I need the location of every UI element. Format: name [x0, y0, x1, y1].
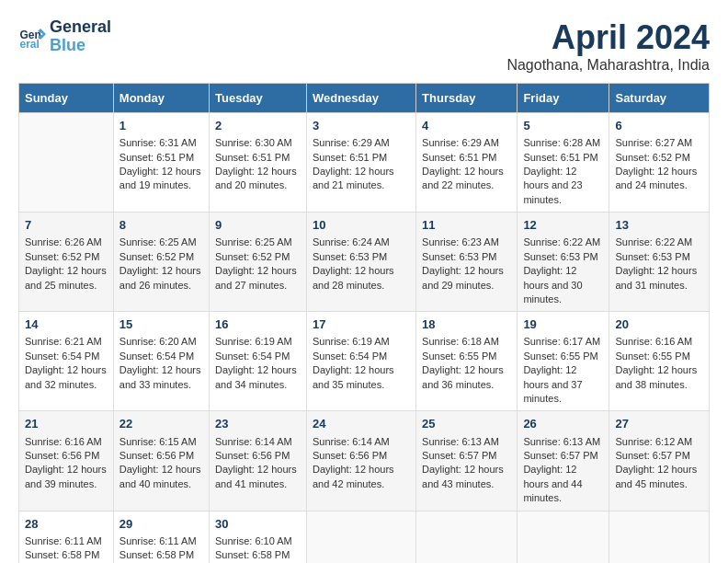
calendar-cell: 26Sunrise: 6:13 AMSunset: 6:57 PMDayligh…: [518, 411, 609, 511]
sunset-text: Sunset: 6:57 PM: [422, 450, 496, 461]
logo-text: General Blue: [50, 18, 111, 55]
day-number: 21: [25, 416, 108, 432]
sunrise-text: Sunrise: 6:22 AM: [523, 236, 600, 247]
daylight-text: Daylight: 12 hours and 21 minutes.: [313, 166, 394, 190]
daylight-text: Daylight: 12 hours and 23 minutes.: [523, 166, 582, 205]
page-header: Gen eral General Blue April 2024 Nagotha…: [18, 18, 710, 74]
calendar-cell: [518, 511, 609, 563]
sunset-text: Sunset: 6:53 PM: [523, 251, 597, 262]
day-number: 17: [313, 316, 410, 333]
sunrise-text: Sunrise: 6:28 AM: [523, 137, 600, 148]
calendar-cell: [306, 511, 415, 563]
day-number: 29: [119, 516, 203, 533]
day-number: 16: [215, 316, 301, 333]
daylight-text: Daylight: 12 hours and 25 minutes.: [25, 265, 107, 290]
sunset-text: Sunset: 6:51 PM: [523, 152, 597, 163]
day-number: 10: [313, 217, 410, 234]
header-tuesday: Tuesday: [210, 84, 307, 113]
week-row-0: 1Sunrise: 6:31 AMSunset: 6:51 PMDaylight…: [19, 113, 710, 213]
logo: Gen eral General Blue: [18, 18, 111, 55]
calendar-cell: 11Sunrise: 6:23 AMSunset: 6:53 PMDayligh…: [416, 213, 518, 312]
header-saturday: Saturday: [609, 84, 710, 113]
calendar-cell: 6Sunrise: 6:27 AMSunset: 6:52 PMDaylight…: [609, 113, 710, 213]
daylight-text: Daylight: 12 hours and 32 minutes.: [25, 364, 107, 389]
daylight-text: Daylight: 12 hours and 30 minutes.: [523, 265, 582, 304]
calendar-cell: 20Sunrise: 6:16 AMSunset: 6:55 PMDayligh…: [609, 312, 710, 411]
day-number: 20: [615, 316, 703, 333]
sunrise-text: Sunrise: 6:18 AM: [422, 336, 499, 347]
sunset-text: Sunset: 6:55 PM: [615, 350, 689, 362]
day-number: 4: [422, 118, 511, 134]
calendar-cell: 7Sunrise: 6:26 AMSunset: 6:52 PMDaylight…: [19, 213, 114, 312]
day-number: 23: [215, 416, 301, 432]
calendar-cell: 12Sunrise: 6:22 AMSunset: 6:53 PMDayligh…: [518, 213, 609, 312]
daylight-text: Daylight: 12 hours and 31 minutes.: [615, 265, 697, 290]
sunrise-text: Sunrise: 6:25 AM: [215, 236, 292, 247]
day-number: 2: [215, 118, 301, 134]
week-row-2: 14Sunrise: 6:21 AMSunset: 6:54 PMDayligh…: [19, 312, 710, 411]
calendar-cell: 23Sunrise: 6:14 AMSunset: 6:56 PMDayligh…: [210, 411, 307, 511]
daylight-text: Daylight: 12 hours and 19 minutes.: [119, 166, 201, 190]
calendar-cell: 15Sunrise: 6:20 AMSunset: 6:54 PMDayligh…: [113, 312, 209, 411]
header-friday: Friday: [518, 84, 609, 113]
sunset-text: Sunset: 6:53 PM: [615, 251, 689, 262]
week-row-1: 7Sunrise: 6:26 AMSunset: 6:52 PMDaylight…: [19, 213, 710, 312]
sunrise-text: Sunrise: 6:25 AM: [119, 236, 197, 247]
calendar-cell: [416, 511, 518, 563]
sunset-text: Sunset: 6:57 PM: [615, 450, 689, 461]
sunrise-text: Sunrise: 6:12 AM: [615, 436, 692, 447]
day-number: 25: [422, 416, 511, 432]
calendar-cell: 25Sunrise: 6:13 AMSunset: 6:57 PMDayligh…: [416, 411, 518, 511]
sunrise-text: Sunrise: 6:23 AM: [422, 236, 499, 247]
sunset-text: Sunset: 6:56 PM: [215, 450, 290, 461]
header-wednesday: Wednesday: [306, 84, 415, 113]
calendar-cell: 13Sunrise: 6:22 AMSunset: 6:53 PMDayligh…: [609, 213, 710, 312]
calendar-cell: 2Sunrise: 6:30 AMSunset: 6:51 PMDaylight…: [210, 113, 307, 213]
calendar-cell: 28Sunrise: 6:11 AMSunset: 6:58 PMDayligh…: [19, 511, 114, 563]
daylight-text: Daylight: 12 hours and 22 minutes.: [422, 166, 504, 190]
sunrise-text: Sunrise: 6:10 AM: [215, 535, 292, 546]
calendar-cell: 19Sunrise: 6:17 AMSunset: 6:55 PMDayligh…: [518, 312, 609, 411]
sunrise-text: Sunrise: 6:13 AM: [422, 436, 499, 447]
sunset-text: Sunset: 6:52 PM: [215, 251, 290, 262]
day-number: 1: [119, 118, 203, 134]
daylight-text: Daylight: 12 hours and 35 minutes.: [313, 364, 394, 389]
header-sunday: Sunday: [19, 84, 114, 113]
sunset-text: Sunset: 6:52 PM: [119, 251, 194, 262]
sunset-text: Sunset: 6:51 PM: [215, 152, 290, 163]
sunrise-text: Sunrise: 6:22 AM: [615, 236, 692, 247]
sunset-text: Sunset: 6:52 PM: [615, 152, 689, 163]
sunset-text: Sunset: 6:57 PM: [523, 450, 597, 461]
daylight-text: Daylight: 12 hours and 44 minutes.: [523, 464, 582, 503]
calendar-cell: 17Sunrise: 6:19 AMSunset: 6:54 PMDayligh…: [306, 312, 415, 411]
daylight-text: Daylight: 12 hours and 28 minutes.: [313, 265, 394, 290]
daylight-text: Daylight: 12 hours and 37 minutes.: [523, 364, 582, 404]
sunset-text: Sunset: 6:56 PM: [313, 450, 387, 461]
sunrise-text: Sunrise: 6:16 AM: [615, 336, 692, 347]
daylight-text: Daylight: 12 hours and 38 minutes.: [615, 364, 697, 389]
week-row-4: 28Sunrise: 6:11 AMSunset: 6:58 PMDayligh…: [19, 511, 710, 563]
day-number: 9: [215, 217, 301, 234]
day-number: 7: [25, 217, 108, 234]
sunset-text: Sunset: 6:52 PM: [25, 251, 99, 262]
sunset-text: Sunset: 6:58 PM: [215, 549, 290, 560]
sunset-text: Sunset: 6:54 PM: [119, 350, 194, 362]
daylight-text: Daylight: 12 hours and 29 minutes.: [422, 265, 504, 290]
day-number: 13: [615, 217, 703, 234]
calendar-cell: 5Sunrise: 6:28 AMSunset: 6:51 PMDaylight…: [518, 113, 609, 213]
week-row-3: 21Sunrise: 6:16 AMSunset: 6:56 PMDayligh…: [19, 411, 710, 511]
day-number: 30: [215, 516, 301, 533]
day-number: 22: [119, 416, 203, 432]
calendar-cell: 4Sunrise: 6:29 AMSunset: 6:51 PMDaylight…: [416, 113, 518, 213]
calendar-cell: 1Sunrise: 6:31 AMSunset: 6:51 PMDaylight…: [113, 113, 209, 213]
daylight-text: Daylight: 12 hours and 27 minutes.: [215, 265, 297, 290]
sunset-text: Sunset: 6:55 PM: [523, 350, 597, 362]
header-row: SundayMondayTuesdayWednesdayThursdayFrid…: [19, 84, 710, 113]
header-thursday: Thursday: [416, 84, 518, 113]
sunset-text: Sunset: 6:54 PM: [215, 350, 290, 362]
calendar-cell: 24Sunrise: 6:14 AMSunset: 6:56 PMDayligh…: [306, 411, 415, 511]
sunrise-text: Sunrise: 6:11 AM: [119, 535, 197, 546]
sunrise-text: Sunrise: 6:17 AM: [523, 336, 600, 347]
calendar-cell: 27Sunrise: 6:12 AMSunset: 6:57 PMDayligh…: [609, 411, 710, 511]
calendar-cell: 22Sunrise: 6:15 AMSunset: 6:56 PMDayligh…: [113, 411, 209, 511]
